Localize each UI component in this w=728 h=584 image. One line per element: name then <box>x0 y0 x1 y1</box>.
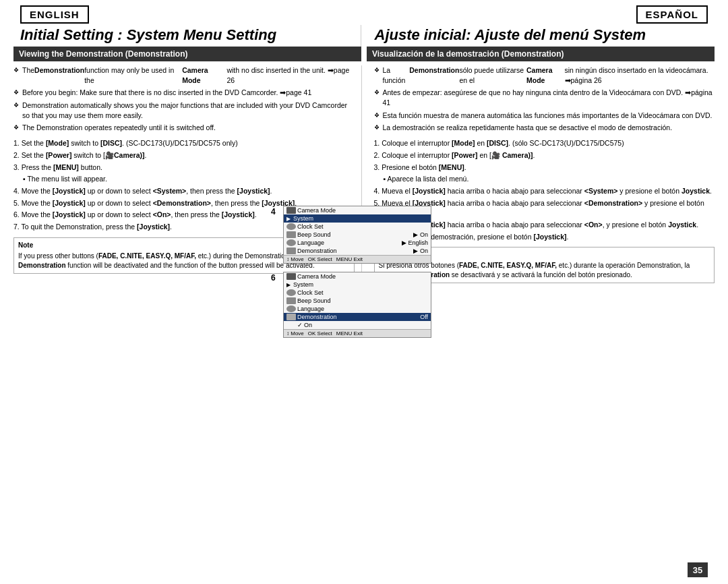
bullet-1: The Demonstration function may only be u… <box>13 65 355 85</box>
menu2-demo-off: Off <box>420 314 428 320</box>
english-bullets: The Demonstration function may only be u… <box>13 65 355 133</box>
sp-step-3: 3. Presione el botón [MENU]. <box>374 163 715 173</box>
step-num-4: 4 <box>271 207 276 216</box>
menu2-demo-icon <box>286 314 296 320</box>
menu2-row-clock: Clock Set <box>284 289 431 297</box>
menu2-arrow: ▶ <box>286 282 291 288</box>
page: ENGLISH ESPAÑOL Initial Setting : System… <box>0 0 728 584</box>
menu-beep-label: Beep Sound <box>297 231 412 238</box>
step-3-sub: The menu list will appear. <box>23 174 355 184</box>
footer2-move: ↕ Move <box>286 330 304 337</box>
sp-bullet-1: La función Demonstration sólo puede util… <box>374 65 715 85</box>
beep-value: ▶ On <box>413 231 428 238</box>
menu2-system-label: System <box>293 281 428 288</box>
menu2-on-check: ✓ <box>297 322 303 328</box>
menu2-camera-label: Camera Mode <box>297 273 428 280</box>
demo-value: ▶ On <box>413 247 428 254</box>
sp-step-3-sub: Aparece la lista del menú. <box>384 174 715 184</box>
menu-row-clock: Clock Set <box>284 223 431 231</box>
sp-step-1: 1. Coloque el interruptor [Mode] en [DIS… <box>374 138 715 148</box>
menu-demo-label: Demonstration <box>297 247 412 254</box>
menu2-clock-label: Clock Set <box>297 289 428 296</box>
menu2-row-demo: Demonstration Off <box>284 313 431 321</box>
step-3: 3. Press the [MENU] button. <box>13 163 355 173</box>
menu-box-1: Camera Mode ▶ System Clock Set Beep Soun… <box>283 206 431 264</box>
menu-row-system: ▶ System <box>284 214 431 223</box>
sp-step-2: 2. Coloque el interruptor [Power] en [🎥 … <box>374 150 715 160</box>
menu2-row-on: ✓ On <box>284 321 431 329</box>
menu2-row-language: Language <box>284 305 431 313</box>
menu2-row-system: ▶ System <box>284 281 431 289</box>
menu2-camera-icon <box>286 273 296 280</box>
footer2-exit: MENU Exit <box>336 330 363 337</box>
menu2-beep-label: Beep Sound <box>297 297 428 304</box>
menu-footer-1: ↕ Move OK Select MENU Exit <box>284 255 431 263</box>
menu2-row-camera: Camera Mode <box>284 272 431 281</box>
menu-diagram-1: 4 Camera Mode ▶ System Clock Set Beep So… <box>283 206 431 264</box>
language-icon <box>286 239 296 246</box>
language-bar: ENGLISH ESPAÑOL <box>0 0 728 24</box>
bullet-3: Demonstration automatically shows you th… <box>13 100 355 120</box>
menu-row-language: Language ▶ English <box>284 239 431 247</box>
menu2-demo-label: Demonstration <box>297 314 419 320</box>
menu-footer-2: ↕ Move OK Select MENU Exit <box>284 329 431 337</box>
title-spanish: Ajuste inicial: Ajuste del menú System <box>361 25 715 47</box>
menu-system-label: System <box>293 215 428 222</box>
step-1: 1. Set the [Mode] switch to [DISC]. (SC-… <box>13 138 355 148</box>
footer-move: ↕ Move <box>286 256 304 262</box>
language-value: ▶ English <box>402 239 428 246</box>
menu-row-beep: Beep Sound ▶ On <box>284 231 431 239</box>
spanish-bullets: La función Demonstration sólo puede util… <box>374 65 715 133</box>
clock-icon <box>286 223 296 230</box>
menu2-language-label: Language <box>297 305 428 312</box>
diagram-area: 4 Camera Mode ▶ System Clock Set Beep So… <box>283 206 431 343</box>
sp-bullet-4: La demostración se realiza repetidamente… <box>374 123 715 133</box>
bullet-4: The Demonstration operates repeatedly un… <box>13 123 355 133</box>
menu-diagram-2: 6 Camera Mode ▶ System Clock Set Beep So… <box>283 272 431 338</box>
beep-icon <box>286 231 296 238</box>
sp-step-4: 4. Mueva el [Joystick] hacia arriba o ha… <box>374 186 715 196</box>
section-header-spanish: Visualización de la demostración (Demons… <box>367 47 715 61</box>
menu2-beep-icon <box>286 297 296 304</box>
menu2-row-beep: Beep Sound <box>284 297 431 305</box>
espanol-label: ESPAÑOL <box>636 5 708 24</box>
menu2-language-icon <box>286 305 296 312</box>
menu-row-demo: Demonstration ▶ On <box>284 247 431 255</box>
step-num-6: 6 <box>271 273 276 283</box>
menu-language-label: Language <box>297 239 400 246</box>
menu-clock-label: Clock Set <box>297 223 428 230</box>
bullet-2: Before you begin: Make sure that there i… <box>13 88 355 98</box>
title-english: Initial Setting : System Menu Setting <box>13 25 361 47</box>
menu-row-camera: Camera Mode <box>284 206 431 214</box>
menu2-on-label: On <box>304 322 428 328</box>
sp-bullet-3: Esta función muestra de manera automátic… <box>374 111 715 121</box>
arrow-icon: ▶ <box>286 216 291 222</box>
section-headers: Viewing the Demonstration (Demonstration… <box>0 47 728 61</box>
english-label: ENGLISH <box>20 5 89 24</box>
section-header-english: Viewing the Demonstration (Demonstration… <box>13 47 361 61</box>
footer-exit: MENU Exit <box>336 256 363 262</box>
footer2-select: OK Select <box>308 330 332 337</box>
titles-row: Initial Setting : System Menu Setting Aj… <box>0 25 728 47</box>
demo-icon <box>286 247 296 254</box>
footer-select: OK Select <box>308 256 332 262</box>
page-number: 35 <box>688 562 708 577</box>
menu-box-2: Camera Mode ▶ System Clock Set Beep Soun… <box>283 272 431 338</box>
sp-bullet-2: Antes de empezar: asegúrese de que no ha… <box>374 88 715 107</box>
menu2-clock-icon <box>286 289 296 296</box>
menu-camera-label: Camera Mode <box>297 207 428 214</box>
step-2: 2. Set the [Power] switch to [🎥Camera)]. <box>13 150 355 160</box>
camera-icon <box>286 207 296 214</box>
step-4: 4. Move the [Joystick] up or down to sel… <box>13 186 355 196</box>
